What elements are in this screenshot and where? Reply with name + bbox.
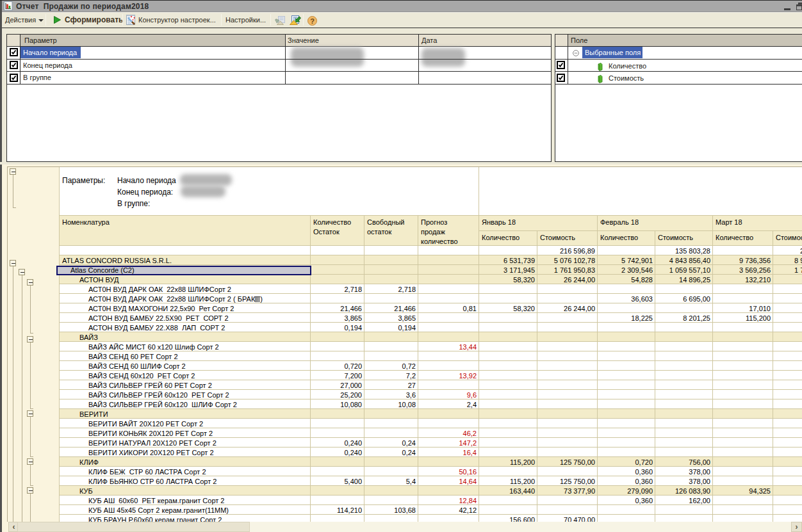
svg-text:?: ? <box>310 17 315 25</box>
